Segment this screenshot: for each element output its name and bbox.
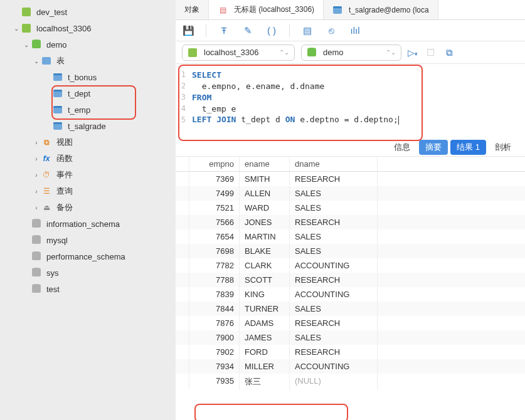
table-icon bbox=[53, 122, 62, 130]
table-row[interactable]: 7782CLARKACCOUNTING bbox=[176, 258, 525, 273]
database-icon bbox=[32, 220, 41, 228]
conn-dev-test[interactable]: dev_test bbox=[0, 4, 176, 20]
format-icon[interactable]: Ŧ bbox=[218, 24, 230, 37]
code-icon[interactable]: ( ) bbox=[265, 24, 278, 37]
chevron-right-icon[interactable]: › bbox=[33, 172, 40, 179]
table-row[interactable]: 7654MARTINSALES bbox=[176, 229, 525, 244]
table-row[interactable]: 7844TURNERSALES bbox=[176, 302, 525, 316]
table-row[interactable]: 7369SMITHRESEARCH bbox=[176, 172, 525, 186]
grid-header: empno ename dname bbox=[176, 157, 525, 172]
backup-node[interactable]: ›⏏备份 bbox=[0, 199, 176, 216]
table-icon bbox=[53, 73, 62, 81]
export-icon[interactable]: ⎋ bbox=[325, 24, 337, 37]
query-icon: ▤ bbox=[218, 5, 228, 15]
table-row[interactable]: 7902FORDRESEARCH bbox=[176, 345, 525, 359]
table-t-bonus[interactable]: t_bonus bbox=[0, 69, 176, 85]
sql-editor[interactable]: 1SELECT 2 e.empno, e.ename, d.dname 3FRO… bbox=[176, 64, 525, 138]
table-row[interactable]: 7499ALLENSALES bbox=[176, 186, 525, 201]
save-icon[interactable]: 💾 bbox=[182, 24, 194, 37]
result-grid[interactable]: empno ename dname 7369SMITHRESEARCH7499A… bbox=[176, 157, 525, 420]
rtab-info[interactable]: 信息 bbox=[388, 140, 416, 155]
result-tabs: 信息 摘要 结果 1 剖析 bbox=[176, 138, 525, 157]
query-icon: ☰ bbox=[41, 186, 51, 196]
database-icon bbox=[32, 285, 41, 293]
tab-salgrade[interactable]: t_salgrade@demo (loca bbox=[324, 0, 438, 19]
chevron-down-icon[interactable]: ⌄ bbox=[33, 58, 40, 65]
table-row[interactable]: 7698BLAKESALES bbox=[176, 244, 525, 258]
table-row[interactable]: 7839KINGACCOUNTING bbox=[176, 287, 525, 302]
col-ename[interactable]: ename bbox=[240, 157, 290, 171]
database-icon bbox=[32, 269, 41, 276]
db-mysql[interactable]: mysql bbox=[0, 232, 176, 248]
stop-button[interactable]: ☐ bbox=[424, 46, 437, 59]
db-information-schema[interactable]: information_schema bbox=[0, 216, 176, 232]
view-icon: ⧉ bbox=[41, 137, 51, 147]
database-icon bbox=[32, 253, 41, 260]
conn-localhost[interactable]: ⌄localhost_3306 bbox=[0, 20, 176, 36]
selector-bar: localhost_3306⌃⌄ demo⌃⌄ ▷▾ ☐ ⧉ bbox=[176, 41, 525, 64]
table-icon bbox=[53, 106, 62, 113]
views-node[interactable]: ›⧉视图 bbox=[0, 134, 176, 150]
toolbar: 💾 Ŧ ✎ ( ) ▤ ⎋ ılıl bbox=[176, 20, 525, 41]
tables-icon bbox=[42, 57, 51, 65]
table-row[interactable]: 7521WARDSALES bbox=[176, 201, 525, 215]
sidebar: dev_test ⌄localhost_3306 ⌄demo ⌄表 t_bonu… bbox=[0, 0, 176, 420]
rtab-profile[interactable]: 剖析 bbox=[489, 140, 517, 155]
table-t-salgrade[interactable]: t_salgrade bbox=[0, 118, 176, 134]
table-row[interactable]: 7566JONESRESEARCH bbox=[176, 215, 525, 229]
backup-icon: ⏏ bbox=[41, 202, 51, 213]
rtab-summary[interactable]: 摘要 bbox=[419, 140, 448, 155]
tab-untitled-query[interactable]: ▤无标题 (localhost_3306) bbox=[209, 0, 324, 19]
chevron-right-icon[interactable]: › bbox=[33, 188, 40, 195]
database-icon bbox=[32, 41, 41, 48]
function-icon: fx bbox=[41, 154, 51, 164]
text-icon[interactable]: ▤ bbox=[301, 24, 314, 37]
database-icon bbox=[32, 236, 41, 244]
tables-node[interactable]: ⌄表 bbox=[0, 53, 176, 69]
table-row[interactable]: 7934MILLERACCOUNTING bbox=[176, 359, 525, 374]
tab-objects[interactable]: 对象 bbox=[176, 0, 209, 19]
connection-selector[interactable]: localhost_3306⌃⌄ bbox=[182, 45, 295, 61]
connection-icon bbox=[188, 48, 197, 57]
chevron-down-icon[interactable]: ⌄ bbox=[13, 25, 20, 32]
explain-button[interactable]: ⧉ bbox=[443, 46, 455, 59]
col-empno[interactable]: empno bbox=[189, 157, 240, 171]
chevron-right-icon[interactable]: › bbox=[33, 155, 40, 162]
connection-icon bbox=[22, 24, 31, 33]
chevron-down-icon[interactable]: ⌄ bbox=[23, 41, 30, 48]
database-icon bbox=[307, 49, 316, 56]
functions-node[interactable]: ›fx函数 bbox=[0, 150, 176, 167]
events-node[interactable]: ›⏱事件 bbox=[0, 167, 176, 183]
tabs: 对象 ▤无标题 (localhost_3306) t_salgrade@demo… bbox=[176, 0, 525, 20]
wand-icon[interactable]: ✎ bbox=[241, 24, 254, 37]
queries-node[interactable]: ›☰查询 bbox=[0, 183, 176, 199]
table-row[interactable]: 7900JAMESSALES bbox=[176, 330, 525, 345]
main: 对象 ▤无标题 (localhost_3306) t_salgrade@demo… bbox=[176, 0, 525, 420]
chevron-right-icon[interactable]: › bbox=[33, 204, 40, 211]
db-demo[interactable]: ⌄demo bbox=[0, 36, 176, 53]
chevron-right-icon[interactable]: › bbox=[33, 139, 40, 146]
database-selector[interactable]: demo⌃⌄ bbox=[301, 45, 401, 61]
db-test[interactable]: test bbox=[0, 281, 176, 297]
table-row[interactable]: 7876ADAMSRESEARCH bbox=[176, 316, 525, 330]
table-t-emp[interactable]: t_emp bbox=[0, 102, 176, 118]
table-row[interactable]: 7935张三(NULL) bbox=[176, 374, 525, 390]
db-sys[interactable]: sys bbox=[0, 265, 176, 281]
table-icon bbox=[333, 6, 342, 14]
col-dname[interactable]: dname bbox=[290, 157, 378, 171]
table-icon bbox=[53, 90, 62, 97]
run-button[interactable]: ▷▾ bbox=[408, 48, 418, 58]
rtab-result[interactable]: 结果 1 bbox=[450, 140, 486, 155]
chart-icon[interactable]: ılıl bbox=[349, 24, 361, 37]
table-row[interactable]: 7788SCOTTRESEARCH bbox=[176, 273, 525, 287]
connection-icon bbox=[22, 8, 31, 16]
db-performance-schema[interactable]: performance_schema bbox=[0, 248, 176, 265]
event-icon: ⏱ bbox=[41, 170, 51, 180]
table-t-dept[interactable]: t_dept bbox=[0, 85, 176, 102]
